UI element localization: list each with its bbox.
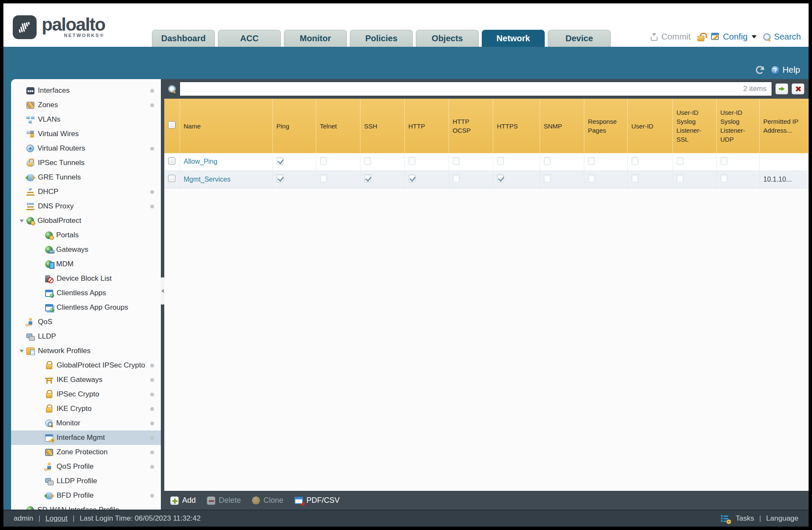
sidebar-item-virtual-routers[interactable]: Virtual Routers xyxy=(11,141,161,156)
column-header-telnet[interactable]: Telnet xyxy=(316,99,360,153)
profile-name-link[interactable]: Mgmt_Services xyxy=(184,176,231,183)
apply-filter-button[interactable] xyxy=(775,83,788,94)
sidebar-item-qos[interactable]: QoS xyxy=(11,315,161,329)
config-menu-button[interactable]: Config xyxy=(711,32,757,42)
sidebar-item-zone-protection[interactable]: Zone Protection xyxy=(11,445,161,459)
sidebar-item-bfd-profile[interactable]: BFD Profile xyxy=(11,488,161,503)
sidebar-item-ike-crypto[interactable]: IKE Crypto xyxy=(11,402,161,416)
sidebar-item-vlans[interactable]: VLANs xyxy=(11,112,161,127)
sidebar-item-clientless-apps[interactable]: Clientless Apps xyxy=(11,286,161,300)
column-header-ping[interactable]: Ping xyxy=(272,99,316,153)
help-button[interactable]: ? Help xyxy=(771,65,800,75)
column-header-permitted-ip[interactable]: Permitted IP Address... xyxy=(759,99,809,153)
expander-triangle-icon[interactable] xyxy=(17,219,26,222)
sidebar-item-dns-proxy[interactable]: DNS Proxy xyxy=(11,199,161,214)
tab-network[interactable]: Network xyxy=(482,30,545,47)
sidebar-item-sd-wan-interface-profile[interactable]: SD-WAN Interface Profile xyxy=(11,503,161,510)
tab-monitor[interactable]: Monitor xyxy=(284,30,347,47)
column-header-uid-syslog-udp[interactable]: User-ID Syslog Listener-UDP xyxy=(716,99,759,153)
sidebar-item-lldp[interactable]: LLDP xyxy=(11,329,161,344)
sidebar-item-interfaces[interactable]: Interfaces xyxy=(11,83,161,98)
pdf-csv-button[interactable]: PDF/CSV xyxy=(294,496,340,505)
sidebar-item-interface-mgmt[interactable]: Interface Mgmt xyxy=(11,430,161,445)
filter-input[interactable] xyxy=(180,82,743,96)
expander-triangle-icon xyxy=(17,162,26,165)
sidebar-item-portals[interactable]: Portals xyxy=(11,228,161,242)
logout-link[interactable]: Logout xyxy=(46,514,68,523)
column-header-http-ocsp[interactable]: HTTP OCSP xyxy=(449,99,493,153)
checked-checkbox[interactable] xyxy=(277,174,283,182)
column-header-uid-syslog-ssl[interactable]: User-ID Syslog Listener-SSL xyxy=(672,99,716,153)
unchecked-checkbox[interactable] xyxy=(544,157,551,165)
sidebar-item-qos-profile[interactable]: QoS Profile xyxy=(11,459,161,474)
sidebar-item-clientless-app-groups[interactable]: Clientless App Groups xyxy=(11,300,161,315)
row-checkbox[interactable] xyxy=(168,175,175,182)
language-button[interactable]: Language xyxy=(766,514,798,523)
unchecked-checkbox[interactable] xyxy=(632,157,638,165)
lock-icon[interactable] xyxy=(697,33,705,41)
sidebar-item-globalprotect[interactable]: GlobalProtect xyxy=(11,214,161,228)
unchecked-checkbox[interactable] xyxy=(364,157,371,165)
tab-policies[interactable]: Policies xyxy=(350,30,413,47)
unchecked-checkbox[interactable] xyxy=(721,157,727,165)
column-header-ssh[interactable]: SSH xyxy=(360,99,404,153)
sidebar-item-globalprotect-ipsec-crypto[interactable]: GlobalProtect IPSec Crypto xyxy=(11,358,161,373)
unchecked-checkbox[interactable] xyxy=(588,157,595,165)
column-header-snmp[interactable]: SNMP xyxy=(540,99,584,153)
tab-objects[interactable]: Objects xyxy=(416,30,479,47)
delete-button[interactable]: Delete xyxy=(207,496,241,505)
refresh-button[interactable] xyxy=(756,66,764,74)
unchecked-checkbox[interactable] xyxy=(453,157,460,165)
expander-triangle-icon xyxy=(36,292,45,295)
add-button[interactable]: Add xyxy=(170,496,196,505)
sidebar-item-lldp-profile[interactable]: LLDP Profile xyxy=(11,474,161,488)
sidebar-item-virtual-wires[interactable]: Virtual Wires xyxy=(11,127,161,141)
sidebar-item-ipsec-tunnels[interactable]: IPSec Tunnels xyxy=(11,156,161,170)
checked-checkbox[interactable] xyxy=(497,174,504,182)
expander-triangle-icon[interactable] xyxy=(17,350,26,353)
search-button[interactable]: Search xyxy=(763,32,801,42)
clone-button[interactable]: Clone xyxy=(252,496,283,505)
unchecked-checkbox[interactable] xyxy=(721,174,727,182)
column-header-https[interactable]: HTTPS xyxy=(493,99,540,153)
unchecked-checkbox[interactable] xyxy=(632,174,638,182)
tab-dashboard[interactable]: Dashboard xyxy=(152,30,215,47)
column-header-user-id[interactable]: User-ID xyxy=(627,99,672,153)
unchecked-checkbox[interactable] xyxy=(544,174,551,182)
sidebar-item-mdm[interactable]: MDM xyxy=(11,257,161,271)
select-all-checkbox[interactable] xyxy=(168,121,175,128)
sidebar-item-zones[interactable]: Zones xyxy=(11,98,161,112)
tab-acc[interactable]: ACC xyxy=(218,30,281,47)
status-dot xyxy=(150,450,154,454)
sidebar-collapse-handle[interactable] xyxy=(161,79,164,510)
unchecked-checkbox[interactable] xyxy=(320,157,327,165)
service-checkbox-cell xyxy=(672,171,716,188)
sidebar-item-monitor[interactable]: Monitor xyxy=(11,416,161,430)
column-header-http[interactable]: HTTP xyxy=(404,99,449,153)
clear-filter-button[interactable] xyxy=(792,83,804,94)
tasks-button[interactable]: Tasks xyxy=(735,514,754,523)
sidebar-item-dhcp[interactable]: DHCP xyxy=(11,185,161,199)
unchecked-checkbox[interactable] xyxy=(677,157,683,165)
column-header-name[interactable]: Name xyxy=(180,99,272,153)
profile-name-link[interactable]: Allow_Ping xyxy=(184,158,217,165)
unchecked-checkbox[interactable] xyxy=(497,157,504,165)
unchecked-checkbox[interactable] xyxy=(677,174,683,182)
sidebar-item-gre-tunnels[interactable]: GRE Tunnels xyxy=(11,170,161,185)
checked-checkbox[interactable] xyxy=(364,174,371,182)
unchecked-checkbox[interactable] xyxy=(320,174,327,182)
sidebar-item-ipsec-crypto[interactable]: IPSec Crypto xyxy=(11,387,161,402)
unchecked-checkbox[interactable] xyxy=(453,174,460,182)
row-checkbox[interactable] xyxy=(168,157,175,165)
sidebar-item-ike-gateways[interactable]: IKE Gateways xyxy=(11,373,161,387)
tab-device[interactable]: Device xyxy=(548,30,611,47)
checked-checkbox[interactable] xyxy=(277,157,283,165)
column-header-response-pages[interactable]: Response Pages xyxy=(584,99,627,153)
checked-checkbox[interactable] xyxy=(409,174,415,182)
unchecked-checkbox[interactable] xyxy=(588,174,595,182)
commit-button[interactable]: Commit xyxy=(650,32,691,42)
sidebar-item-device-block-list[interactable]: Device Block List xyxy=(11,271,161,286)
sidebar-item-gateways[interactable]: Gateways xyxy=(11,242,161,257)
unchecked-checkbox[interactable] xyxy=(409,157,415,165)
sidebar-item-network-profiles[interactable]: Network Profiles xyxy=(11,344,161,358)
